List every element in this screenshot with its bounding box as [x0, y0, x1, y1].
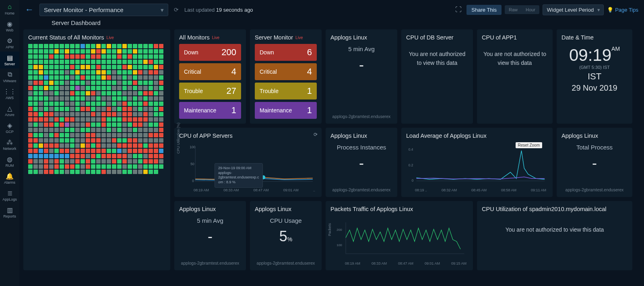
status-cell[interactable]	[96, 96, 101, 101]
status-cell[interactable]	[122, 170, 127, 174]
status-cell[interactable]	[39, 133, 43, 137]
status-cell[interactable]	[143, 102, 148, 106]
status-cell[interactable]	[65, 107, 69, 111]
status-cell[interactable]	[122, 96, 127, 101]
status-cell[interactable]	[91, 117, 95, 122]
status-cell[interactable]	[112, 149, 116, 153]
status-cell[interactable]	[86, 75, 90, 80]
nav-item-reports[interactable]: ▥Reports	[0, 204, 19, 221]
status-cell[interactable]	[86, 164, 90, 169]
status-cell[interactable]	[44, 112, 48, 116]
status-cell[interactable]	[91, 164, 95, 169]
status-cell[interactable]	[70, 154, 74, 158]
status-cell[interactable]	[128, 164, 132, 169]
status-cell[interactable]	[86, 170, 90, 174]
status-cell[interactable]	[44, 86, 48, 90]
status-cell[interactable]	[101, 49, 106, 54]
status-cell[interactable]	[143, 128, 148, 132]
status-cell[interactable]	[133, 154, 137, 158]
status-cell[interactable]	[143, 117, 148, 122]
status-cell[interactable]	[154, 65, 158, 69]
status-cell[interactable]	[65, 49, 69, 54]
status-cell[interactable]	[128, 75, 132, 80]
status-cell[interactable]	[65, 96, 69, 101]
status-cell[interactable]	[65, 133, 69, 137]
status-cell[interactable]	[117, 54, 122, 59]
status-cell[interactable]	[138, 54, 142, 59]
status-cell[interactable]	[122, 86, 127, 90]
status-cell[interactable]	[143, 86, 148, 90]
status-cell[interactable]	[75, 164, 80, 169]
status-cell[interactable]	[49, 65, 54, 69]
status-cell[interactable]	[159, 54, 163, 59]
status-cell[interactable]	[86, 143, 90, 148]
status-cell[interactable]	[49, 44, 54, 48]
status-cell[interactable]	[122, 149, 127, 153]
status-cell[interactable]	[60, 81, 64, 85]
status-cell[interactable]	[133, 75, 137, 80]
status-cell[interactable]	[39, 102, 43, 106]
status-cell[interactable]	[70, 117, 74, 122]
status-cell[interactable]	[154, 128, 158, 132]
status-cell[interactable]	[75, 49, 80, 54]
status-cell[interactable]	[96, 86, 101, 90]
status-cell[interactable]	[49, 81, 54, 85]
status-cell[interactable]	[143, 91, 148, 95]
status-cell[interactable]	[143, 170, 148, 174]
status-cell[interactable]	[101, 138, 106, 143]
status-cell[interactable]	[122, 117, 127, 122]
status-cell[interactable]	[159, 149, 163, 153]
status-cell[interactable]	[54, 164, 59, 169]
status-cell[interactable]	[28, 60, 33, 64]
status-cell[interactable]	[143, 75, 148, 80]
status-cell[interactable]	[122, 107, 127, 111]
status-cell[interactable]	[70, 159, 74, 164]
status-cell[interactable]	[75, 133, 80, 137]
status-cell[interactable]	[39, 91, 43, 95]
status-cell[interactable]	[143, 96, 148, 101]
status-cell[interactable]	[159, 159, 163, 164]
status-cell[interactable]	[96, 65, 101, 69]
status-cell[interactable]	[60, 54, 64, 59]
status-cell[interactable]	[117, 65, 122, 69]
status-cell[interactable]	[33, 143, 38, 148]
status-cell[interactable]	[65, 86, 69, 90]
status-cell[interactable]	[112, 133, 116, 137]
packets-chart[interactable]: Packets 200 100 08:19 AM 08:33 AM 08:47 …	[330, 216, 468, 265]
status-cell[interactable]	[117, 49, 122, 54]
status-cell[interactable]	[54, 107, 59, 111]
status-cell[interactable]	[70, 112, 74, 116]
status-cell[interactable]	[65, 154, 69, 158]
status-cell[interactable]	[138, 112, 142, 116]
status-cell[interactable]	[128, 44, 132, 48]
status-cell[interactable]	[138, 44, 142, 48]
status-cell[interactable]	[101, 128, 106, 132]
status-cell[interactable]	[112, 138, 116, 143]
status-cell[interactable]	[101, 60, 106, 64]
status-cell[interactable]	[54, 128, 59, 132]
status-cell[interactable]	[159, 164, 163, 169]
status-cell[interactable]	[122, 81, 127, 85]
status-cell[interactable]	[60, 122, 64, 127]
status-cell[interactable]	[60, 96, 64, 101]
status-cell[interactable]	[39, 44, 43, 48]
status-cell[interactable]	[91, 143, 95, 148]
status-cell[interactable]	[149, 49, 153, 54]
status-cell[interactable]	[149, 107, 153, 111]
nav-item-network[interactable]: ⁂Network	[0, 136, 19, 153]
status-cell[interactable]	[70, 91, 74, 95]
status-cell[interactable]	[159, 86, 163, 90]
status-cell[interactable]	[149, 75, 153, 80]
status-cell[interactable]	[80, 60, 85, 64]
status-cell[interactable]	[122, 154, 127, 158]
status-cell[interactable]	[33, 54, 38, 59]
nav-item-applogs[interactable]: ≣AppLogs	[0, 187, 19, 204]
status-cell[interactable]	[154, 164, 158, 169]
status-cell[interactable]	[101, 133, 106, 137]
status-cell[interactable]	[39, 122, 43, 127]
status-cell[interactable]	[101, 117, 106, 122]
status-cell[interactable]	[101, 149, 106, 153]
status-cell[interactable]	[65, 128, 69, 132]
status-cell[interactable]	[117, 75, 122, 80]
status-cell[interactable]	[117, 96, 122, 101]
